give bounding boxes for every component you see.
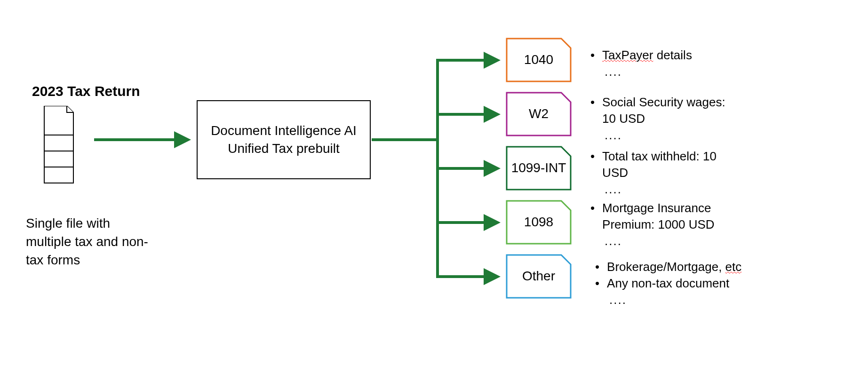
output-box-1040: 1040 bbox=[506, 38, 572, 82]
ellipsis: .... bbox=[605, 127, 741, 143]
document-stack-icon bbox=[42, 106, 85, 188]
details-1098: Mortgage Insurance Premium: 1000 USD ...… bbox=[590, 200, 750, 249]
output-label-1098: 1098 bbox=[524, 215, 553, 230]
output-label-1099int: 1099-INT bbox=[511, 160, 566, 175]
output-label-1040: 1040 bbox=[524, 52, 553, 67]
details-1040: TaxPayer details .... bbox=[590, 47, 779, 80]
detail-item: Brokerage/Mortgage, etc bbox=[595, 259, 793, 275]
output-box-1098: 1098 bbox=[506, 200, 572, 245]
details-1099int: Total tax withheld: 10 USD .... bbox=[590, 148, 746, 198]
detail-item: TaxPayer details bbox=[590, 47, 779, 64]
detail-item: Mortgage Insurance Premium: 1000 USD bbox=[590, 200, 750, 233]
details-other: Brokerage/Mortgage, etc Any non-tax docu… bbox=[595, 259, 793, 308]
details-w2: Social Security wages: 10 USD .... bbox=[590, 94, 741, 143]
detail-item: Social Security wages: 10 USD bbox=[590, 94, 741, 127]
detail-item: Any non-tax document bbox=[595, 275, 793, 292]
output-label-w2: W2 bbox=[529, 106, 549, 121]
output-box-w2: W2 bbox=[506, 92, 572, 136]
processor-line2: Unified Tax prebuilt bbox=[211, 140, 357, 158]
output-box-other: Other bbox=[506, 254, 572, 299]
input-caption: Single file with multiple tax and non-ta… bbox=[26, 214, 148, 270]
output-label-other: Other bbox=[522, 269, 555, 284]
ellipsis: .... bbox=[605, 181, 746, 198]
output-box-1099int: 1099-INT bbox=[506, 146, 572, 191]
input-title: 2023 Tax Return bbox=[32, 83, 140, 99]
ellipsis: .... bbox=[605, 233, 750, 249]
processor-line1: Document Intelligence AI bbox=[211, 122, 357, 140]
processor-box: Document Intelligence AI Unified Tax pre… bbox=[197, 100, 371, 179]
ellipsis: .... bbox=[609, 292, 793, 308]
detail-item: Total tax withheld: 10 USD bbox=[590, 148, 746, 181]
ellipsis: .... bbox=[605, 64, 779, 80]
